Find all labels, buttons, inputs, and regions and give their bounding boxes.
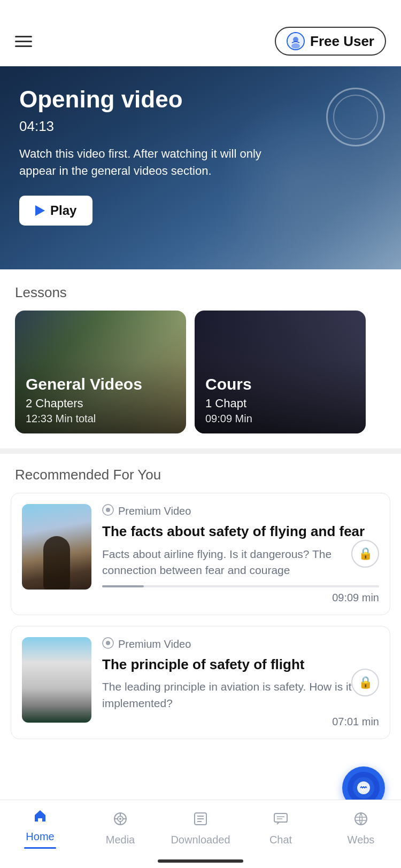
lesson-card-meta-1: 12:33 Min total (26, 413, 175, 425)
recommended-title: Recommended For You (0, 467, 401, 483)
nav-downloaded[interactable]: Downloaded (160, 811, 241, 846)
rec-thumb-1 (22, 504, 91, 590)
svg-point-23 (355, 813, 367, 825)
play-label: Play (50, 203, 76, 218)
rec-video-desc-1: Facts about airline flying. Is it danger… (102, 546, 379, 579)
play-icon (35, 205, 45, 216)
svg-rect-20 (274, 813, 287, 822)
svg-point-11 (119, 818, 121, 820)
lessons-section: Lessons General Videos 2 Chapters 12:33 … (0, 269, 401, 448)
lock-button-1[interactable]: 🔒 (351, 540, 379, 568)
section-divider (0, 448, 401, 454)
premium-badge-2: Premium Video (118, 638, 191, 650)
lesson-card-general[interactable]: General Videos 2 Chapters 12:33 Min tota… (15, 311, 186, 433)
lock-button-2[interactable]: 🔒 (351, 669, 379, 696)
premium-badge-1: Premium Video (118, 505, 191, 517)
home-indicator (158, 859, 243, 863)
recommended-card-2[interactable]: Premium Video The principle of safety of… (11, 626, 390, 740)
hero-title: Opening video (19, 86, 382, 114)
lesson-card-title-1: General Videos (26, 375, 175, 393)
webs-icon (353, 811, 369, 831)
user-badge[interactable]: Free User (275, 27, 386, 56)
svg-point-8 (360, 785, 367, 791)
recommended-card-1[interactable]: Premium Video The facts about safety of … (11, 493, 390, 615)
rec-video-title-2: The principle of safety of flight (102, 656, 379, 674)
svg-point-4 (106, 508, 110, 512)
nav-media[interactable]: Media (80, 811, 160, 846)
nav-home-label: Home (26, 831, 54, 843)
lock-icon-2: 🔒 (358, 676, 373, 689)
svg-point-6 (106, 641, 110, 645)
premium-eye-icon-1 (102, 504, 114, 518)
lesson-card-chapters-1: 2 Chapters (26, 397, 175, 410)
user-name-label: Free User (310, 33, 374, 50)
downloaded-icon (192, 811, 209, 831)
chat-icon (273, 811, 289, 831)
lessons-title: Lessons (0, 284, 401, 301)
recommended-section: Recommended For You Premium Video The fa… (0, 454, 401, 739)
header: Free User (0, 0, 401, 66)
hero-banner: Opening video 04:13 Watch this video fir… (0, 66, 401, 269)
home-icon (32, 808, 48, 827)
hero-description: Watch this video first. After watching i… (19, 145, 287, 180)
nav-media-label: Media (106, 834, 135, 846)
lesson-card-meta-2: 09:09 Min (205, 413, 355, 425)
media-icon (112, 811, 128, 831)
rec-video-title-1: The facts about safety of flying and fea… (102, 523, 379, 541)
bottom-nav: Home Media Downloaded (0, 800, 401, 868)
lesson-card-chapters-2: 1 Chapt (205, 397, 355, 410)
nav-webs[interactable]: Webs (321, 811, 401, 846)
nav-downloaded-label: Downloaded (171, 834, 230, 846)
lesson-card-title-2: Cours (205, 375, 355, 393)
rec-video-desc-2: The leading principle in aviation is saf… (102, 679, 379, 711)
lock-icon-1: 🔒 (358, 547, 373, 561)
svg-point-2 (291, 43, 300, 49)
hero-duration: 04:13 (19, 118, 382, 135)
user-avatar (287, 32, 305, 50)
menu-button[interactable] (15, 36, 32, 47)
nav-active-indicator (24, 847, 56, 849)
lessons-scroll: General Videos 2 Chapters 12:33 Min tota… (0, 311, 401, 448)
nav-webs-label: Webs (348, 834, 375, 846)
rec-duration-2: 07:01 min (102, 716, 379, 728)
rec-duration-1: 09:09 min (102, 592, 379, 604)
premium-eye-icon-2 (102, 637, 114, 652)
progress-bar-1 (102, 585, 379, 587)
nav-chat-label: Chat (269, 834, 292, 846)
play-button[interactable]: Play (19, 196, 92, 226)
nav-chat[interactable]: Chat (241, 811, 321, 846)
lesson-card-cours[interactable]: Cours 1 Chapt 09:09 Min (195, 311, 366, 433)
nav-home[interactable]: Home (0, 808, 80, 849)
rec-thumb-2 (22, 637, 91, 723)
